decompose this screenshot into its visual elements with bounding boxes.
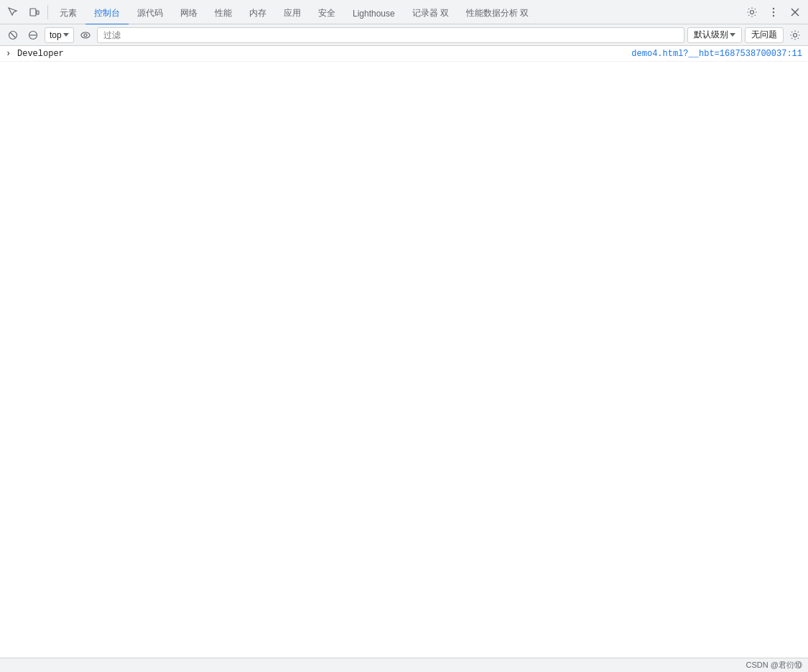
- devtools-settings-button[interactable]: [742, 2, 762, 22]
- tab-security[interactable]: 安全: [310, 4, 344, 24]
- svg-line-9: [11, 32, 16, 37]
- svg-point-3: [773, 7, 774, 9]
- tab-application[interactable]: 应用: [275, 4, 310, 24]
- eye-button[interactable]: [77, 27, 94, 44]
- svg-rect-0: [30, 9, 36, 16]
- tab-bar: 元素 控制台 源代码 网络 性能 内存 应用 安全 Lighthouse 记录器…: [51, 0, 740, 24]
- console-toolbar: top 默认级别 无问题: [0, 24, 808, 46]
- close-devtools-button[interactable]: [785, 2, 805, 22]
- level-chevron-icon: [730, 33, 735, 37]
- row-expander[interactable]: ›: [6, 49, 14, 59]
- tab-performance[interactable]: 性能: [206, 4, 241, 24]
- svg-point-4: [773, 11, 774, 12]
- block-button[interactable]: [24, 27, 42, 44]
- toolbar-divider-1: [47, 5, 48, 19]
- svg-point-5: [773, 14, 774, 16]
- svg-point-14: [794, 33, 797, 37]
- tab-memory[interactable]: 内存: [241, 4, 275, 24]
- svg-rect-1: [37, 11, 39, 14]
- console-row: › Developer demo4.html?__hbt=16875387000…: [0, 47, 808, 62]
- clear-console-button[interactable]: [4, 27, 22, 44]
- default-level-label: 默认级别: [694, 29, 728, 41]
- svg-point-2: [751, 10, 754, 14]
- no-issues-label: 无问题: [751, 29, 777, 41]
- console-message: Developer: [17, 49, 631, 59]
- context-value: top: [50, 30, 62, 40]
- svg-point-13: [84, 34, 87, 37]
- bottom-bar-text: CSDN @君衍⑩: [746, 660, 802, 671]
- device-toggle-button[interactable]: [24, 2, 45, 22]
- console-source-link[interactable]: demo4.html?__hbt=1687538700037:11: [631, 49, 802, 59]
- inspect-element-button[interactable]: [3, 2, 23, 22]
- tab-elements[interactable]: 元素: [51, 4, 85, 24]
- chevron-down-icon: [63, 33, 69, 37]
- more-options-button[interactable]: [763, 2, 784, 22]
- no-issues-button[interactable]: 无问题: [745, 27, 784, 43]
- console-area: › Developer demo4.html?__hbt=16875387000…: [0, 46, 808, 632]
- tab-recorder[interactable]: 记录器 双: [404, 4, 458, 24]
- svg-point-12: [81, 32, 90, 38]
- tab-network[interactable]: 网络: [172, 4, 206, 24]
- tab-perf-insights[interactable]: 性能数据分析 双: [458, 4, 537, 24]
- default-level-dropdown[interactable]: 默认级别: [687, 27, 742, 43]
- tab-lighthouse[interactable]: Lighthouse: [344, 4, 404, 24]
- bottom-bar: CSDN @君衍⑩: [0, 658, 808, 672]
- console-settings-button[interactable]: [786, 27, 804, 44]
- top-toolbar: 元素 控制台 源代码 网络 性能 内存 应用 安全 Lighthouse 记录器…: [0, 0, 808, 24]
- context-dropdown[interactable]: top: [45, 27, 74, 43]
- tab-console[interactable]: 控制台: [85, 4, 129, 24]
- tab-sources[interactable]: 源代码: [129, 4, 172, 24]
- filter-input[interactable]: [97, 27, 684, 43]
